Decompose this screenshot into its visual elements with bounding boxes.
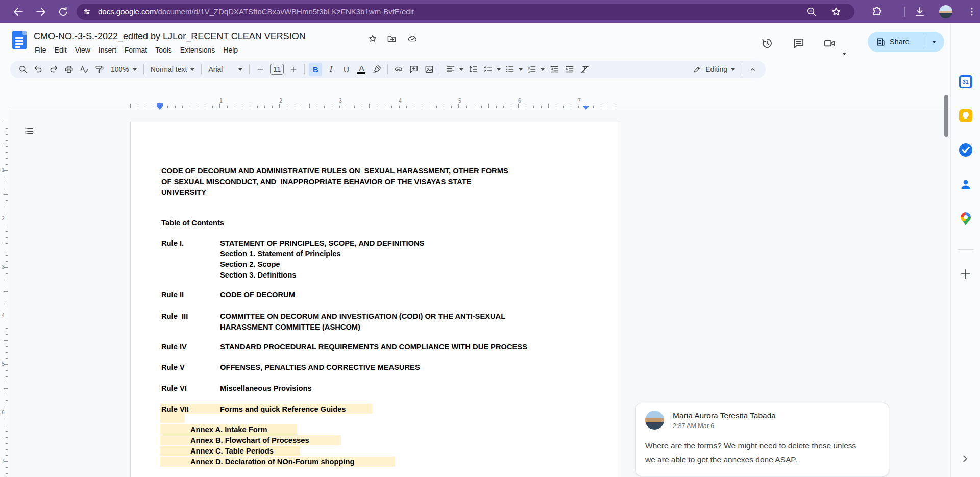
toc-rule-title: OFFENSES, PENALTIES AND CORRECTIVE MEASU…: [220, 363, 420, 372]
left-indent-marker[interactable]: [157, 106, 163, 110]
browser-menu-icon[interactable]: [967, 6, 977, 18]
contacts-icon[interactable]: [959, 178, 972, 191]
move-to-folder-icon[interactable]: [386, 34, 397, 44]
decrease-font-size-button[interactable]: [254, 63, 267, 76]
calendar-icon[interactable]: 31: [959, 75, 972, 88]
underline-button[interactable]: U: [339, 63, 353, 76]
doc-title-line: CODE OF DECORUM AND ADMINISTRATIVE RULES…: [161, 166, 508, 176]
meet-dropdown-caret[interactable]: [842, 53, 846, 55]
browser-profile-avatar[interactable]: [939, 5, 952, 18]
add-comment-icon[interactable]: [407, 63, 421, 76]
spell-check-icon[interactable]: [78, 63, 91, 76]
comment-author-name: Maria Aurora Teresita Tabada: [673, 411, 776, 420]
ruler-number: 6: [2, 409, 5, 415]
font-value: Arial: [208, 65, 235, 73]
paint-format-icon[interactable]: [93, 63, 106, 76]
toc-rule-title: HARASSMENT COMMITTEE (ASHCOM): [220, 322, 360, 332]
star-document-icon[interactable]: [368, 34, 378, 44]
open-comments-icon[interactable]: [792, 37, 805, 50]
zoom-select[interactable]: 100%: [107, 63, 140, 76]
comment-timestamp: 2:37 AM Mar 6: [673, 422, 714, 430]
document-outline-icon[interactable]: [20, 122, 38, 140]
browser-reload-button[interactable]: [57, 6, 69, 18]
site-settings-icon[interactable]: [81, 6, 93, 18]
insert-link-icon[interactable]: [392, 63, 405, 76]
insert-image-icon[interactable]: [423, 63, 436, 76]
first-line-indent-marker[interactable]: [157, 103, 163, 106]
toc-rule-label: Rule VII: [161, 405, 189, 414]
browser-chrome: docs.google.com/document/d/1V_ZDqDXATSft…: [0, 0, 980, 23]
ruler-number: 1: [2, 167, 5, 173]
menu-tools[interactable]: Tools: [151, 44, 176, 56]
docs-logo-icon[interactable]: [12, 31, 27, 49]
vertical-ruler[interactable]: 1 2 3 4 5 6 7: [0, 110, 9, 477]
comment-card[interactable]: Maria Aurora Teresita Tabada 2:37 AM Mar…: [635, 403, 889, 476]
ruler-number: 5: [458, 97, 461, 104]
menu-format[interactable]: Format: [120, 44, 151, 56]
ruler-number: 4: [399, 97, 402, 104]
menu-view[interactable]: View: [71, 44, 94, 56]
bulleted-list-select[interactable]: [503, 63, 525, 76]
document-title[interactable]: CMO-NO.-3-S.-2022_edited by LJLor_RECENT…: [34, 31, 306, 42]
share-button[interactable]: Share: [868, 32, 944, 52]
toc-rule-title: STATEMENT OF PRINCIPLES, SCOPE, AND DEFI…: [220, 239, 424, 248]
browser-forward-button[interactable]: [35, 6, 47, 18]
right-indent-marker[interactable]: [583, 106, 589, 110]
horizontal-ruler[interactable]: 1 2 3 4 5 6 7: [9, 97, 950, 110]
decrease-indent-icon[interactable]: [548, 63, 561, 76]
version-history-icon[interactable]: [761, 37, 774, 50]
menu-insert[interactable]: Insert: [94, 44, 120, 56]
docs-header: CMO-NO.-3-S.-2022_edited by LJLor_RECENT…: [0, 23, 980, 61]
ruler-number: 4: [2, 312, 5, 318]
align-select[interactable]: [444, 63, 465, 76]
browser-back-button[interactable]: [12, 6, 24, 18]
bold-button[interactable]: B: [309, 63, 322, 76]
extensions-icon[interactable]: [871, 6, 883, 18]
bookmark-star-icon[interactable]: [830, 6, 842, 18]
clear-formatting-icon[interactable]: [578, 63, 592, 76]
document-status-cloud-icon[interactable]: [407, 34, 418, 44]
font-select[interactable]: Arial: [205, 63, 246, 76]
highlight-empty-line: [160, 414, 185, 423]
side-panel: 31: [950, 23, 980, 477]
menu-help[interactable]: Help: [219, 44, 242, 56]
meet-video-icon[interactable]: [823, 37, 836, 50]
increase-font-size-button[interactable]: [287, 63, 300, 76]
checklist-select[interactable]: [481, 63, 503, 76]
zoom-value: 100%: [111, 65, 129, 73]
hide-menus-chevron-icon[interactable]: [746, 63, 760, 76]
vertical-scrollbar-thumb[interactable]: [944, 95, 948, 137]
menu-extensions[interactable]: Extensions: [176, 44, 219, 56]
comment-author-avatar: [645, 411, 664, 430]
highlight-color-icon[interactable]: [370, 63, 383, 76]
hide-comment-panel-chevron-icon[interactable]: [960, 453, 971, 464]
menu-edit[interactable]: Edit: [51, 44, 71, 56]
text-color-button[interactable]: A: [355, 63, 368, 76]
menu-file[interactable]: File: [31, 44, 51, 56]
keep-icon[interactable]: [959, 109, 972, 122]
editing-mode-select[interactable]: Editing: [689, 63, 739, 76]
search-menus-icon[interactable]: [16, 63, 30, 76]
share-dropdown-caret[interactable]: [932, 41, 936, 43]
ruler-number: 2: [2, 215, 5, 221]
increase-indent-icon[interactable]: [563, 63, 576, 76]
line-spacing-icon[interactable]: [467, 63, 480, 76]
address-bar[interactable]: docs.google.com/document/d/1V_ZDqDXATSft…: [77, 4, 854, 20]
ruler-number: 7: [578, 97, 581, 104]
get-add-ons-icon[interactable]: [959, 267, 972, 281]
italic-button[interactable]: I: [324, 63, 337, 76]
document-page[interactable]: CODE OF DECORUM AND ADMINISTRATIVE RULES…: [130, 122, 619, 477]
undo-icon[interactable]: [32, 63, 45, 76]
print-icon[interactable]: [62, 63, 76, 76]
downloads-icon[interactable]: [914, 6, 926, 18]
paragraph-style-select[interactable]: Normal text: [147, 63, 199, 76]
redo-icon[interactable]: [47, 63, 60, 76]
maps-icon[interactable]: [961, 212, 971, 222]
tasks-icon[interactable]: [959, 143, 972, 157]
doc-title-line: OF SEXUAL MISCONDUCT, AND INAPPROPRIATE …: [161, 177, 471, 187]
ruler-number: 6: [518, 97, 521, 104]
toc-rule-title: Miscellaneous Provisions: [220, 384, 312, 393]
font-size-input[interactable]: 11: [270, 64, 284, 75]
numbered-list-select[interactable]: 123: [525, 63, 547, 76]
zoom-page-icon[interactable]: [805, 6, 818, 18]
